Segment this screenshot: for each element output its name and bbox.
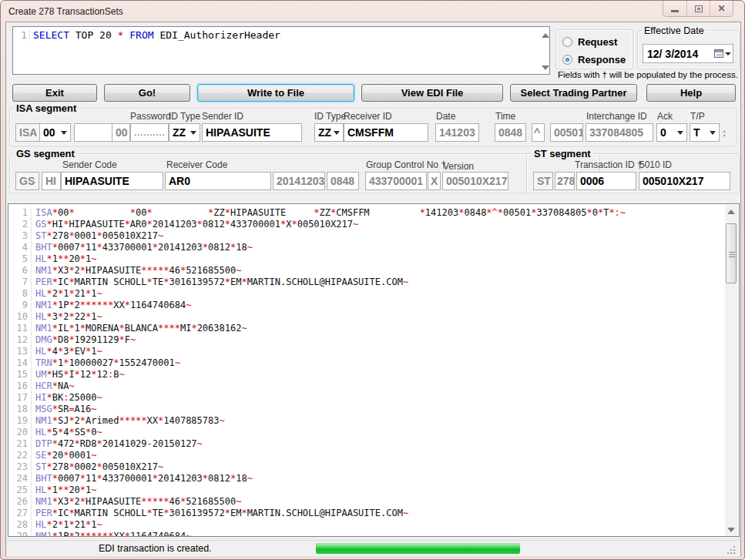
isa-security-qualifier: 00 [112,123,130,142]
gs-group-control-field: 433700001 [365,172,427,190]
element-separator: : [723,127,726,139]
isa-interchange-id-field: 337084805 [586,123,653,142]
edi-line: 6NM1*X3*2*HIPAASUITE*****46*521685500~ [8,265,739,277]
receiver-id-label: Receiver ID [344,111,392,122]
gs-functional-code: HI [42,172,61,190]
edi-line: 14TRN*1*10000027*1552470001~ [8,357,739,369]
scroll-down-icon[interactable] [542,65,549,70]
scrollbar-thumb[interactable] [726,223,737,283]
isa-sender-id-type-combo[interactable]: ZZ [169,123,200,142]
sql-line-number: 1 [13,29,30,41]
edi-line: 13HL*4*3*EV*1~ [8,346,739,357]
date-picker-button[interactable] [713,45,733,62]
sender-id-label: Sender ID [202,111,243,122]
combo-arrow-icon [334,131,340,135]
isa-auth-qualifier-combo[interactable]: 00 [39,123,71,142]
gs-time-field: 0848 [327,172,359,190]
isa-repetition-separator: ^ [532,123,545,142]
isa-date-field: 141203 [435,123,479,142]
gs-segment-title: GS segment [14,148,77,159]
gs-sender-code-field[interactable]: HIPAASUITE [61,172,163,190]
write-to-file-button[interactable]: Write to File [197,84,354,102]
isa-ack-combo[interactable]: 0 [656,123,687,142]
edi-line: 21DTP*472*RD8*20141029-20150127~ [8,438,739,450]
gs-receiver-code-field[interactable]: AR0 [165,172,271,190]
isa-receiver-id-type-combo[interactable]: ZZ [314,123,344,142]
go-button[interactable]: Go! [104,84,190,102]
effective-date-label: Effective Date [642,25,706,36]
password-label: Password [130,111,171,122]
maximize-icon [695,5,703,12]
isa-date-label: Date [436,111,455,122]
edi-line: 10HL*3*2*22*1~ [8,311,739,323]
radio-response[interactable]: Response [562,54,626,65]
thumb-grip-icon [729,252,735,253]
edi-line: 15UM*HS*I*12*12:B~ [8,369,739,381]
interchange-id-label: Interchange ID [586,111,647,122]
edi-line: 29NM1*1P*2******XX*1164740684~ [8,531,739,537]
isa-receiver-id-field[interactable]: CMSFFM [344,123,428,142]
calendar-icon [714,49,723,58]
gs-agency-code: X [428,172,441,190]
isa-time-label: Time [495,111,515,122]
edi-line: 8HL*2*1*21*1~ [8,288,739,300]
edi-line: 11NM1*IL*1*MORENA*BLANCA****MI*20638162~ [8,323,739,334]
minimize-button[interactable] [663,1,686,16]
isa-auth-info-field[interactable] [74,123,113,142]
titlebar[interactable]: Create 278 TransactionSets ✕ [1,1,744,22]
window-title: Create 278 TransactionSets [8,6,123,17]
help-button[interactable]: Help [646,84,736,102]
scroll-up-icon[interactable] [727,210,735,214]
isa-control-version: 00501 [550,123,583,142]
combo-arrow-icon [677,131,683,135]
scroll-up-icon[interactable] [542,33,549,38]
edi-line: 2GS*HI*HIPAASUITE*AR0*20141203*0812*4337… [8,219,739,230]
sender-id-type-label: ID Type [169,111,200,122]
close-icon: ✕ [717,3,725,14]
edi-scrollbar[interactable] [725,205,738,537]
resize-grip[interactable] [727,546,736,555]
edi-line: 20HL*5*4*SS*0~ [8,427,739,438]
edi-line: 9NM1*1P*2******XX*1164740684~ [8,300,739,311]
receiver-code-label: Receiver Code [166,159,227,170]
sql-query[interactable]: SELECT TOP 20 * FROM EDI_AuthorizerHeade… [30,29,280,41]
request-response-group: Request Response [555,29,633,69]
isa-time-field: 0848 [495,123,526,142]
scroll-down-icon[interactable] [727,528,735,532]
view-edi-file-button[interactable]: View EDI File [361,84,503,102]
edi-line: 12DMG*D8*19291129*F~ [8,334,739,346]
maximize-button[interactable] [686,1,710,16]
combo-arrow-icon [61,131,67,135]
st-tag: ST [533,172,553,190]
edi-line: 4BHT*0007*11*433700001*20141203*0812*18~ [8,242,739,253]
st-transaction-type: 278 [555,172,575,190]
select-trading-partner-button[interactable]: Select Trading Partner [510,84,637,102]
effective-date-input[interactable]: 12/ 3/2014 [643,44,733,63]
edi-line: 3ST*278*0001*005010X217~ [8,230,739,242]
radio-selected-icon [562,55,572,65]
gs-tag: GS [15,172,39,190]
radio-request[interactable]: Request [562,36,617,48]
st-version-field[interactable]: 005010X217 [639,172,730,190]
edi-viewer[interactable]: 1ISA*00* *00* *ZZ*HIPAASUITE *ZZ*CMSFFM … [8,203,740,537]
ack-label: Ack [657,111,673,122]
isa-segment-title: ISA segment [14,102,79,114]
isa-password-field[interactable]: .......... [130,123,169,142]
exit-button[interactable]: Exit [12,84,97,102]
edi-line: 16HCR*NA~ [8,381,739,392]
edi-line: 26NM1*X3*2*HIPAASUITE*****46*521685500~ [8,496,739,508]
edi-line: 18MSG*SR=A16~ [8,404,739,415]
isa-sender-id-field[interactable]: HIPAASUITE [202,123,302,142]
process-hint: Fields with † will be populated by the p… [558,70,738,79]
tp-label: T/P [690,111,705,122]
sql-editor[interactable]: 1 SELECT TOP 20 * FROM EDI_AuthorizerHea… [12,26,550,75]
edi-line: 1ISA*00* *00* *ZZ*HIPAASUITE *ZZ*CMSFFM … [8,207,739,219]
close-button[interactable]: ✕ [710,1,733,16]
st-transaction-id-field[interactable]: 0006 [576,172,636,190]
dropdown-arrow-icon [725,52,731,55]
edi-line: 17HI*BK:25000~ [8,392,739,404]
edi-line: 25HL*1**20*1~ [8,485,739,496]
combo-arrow-icon [190,131,196,135]
isa-tp-combo[interactable]: T [690,123,720,142]
edi-lines: 1ISA*00* *00* *ZZ*HIPAASUITE *ZZ*CMSFFM … [8,204,739,537]
